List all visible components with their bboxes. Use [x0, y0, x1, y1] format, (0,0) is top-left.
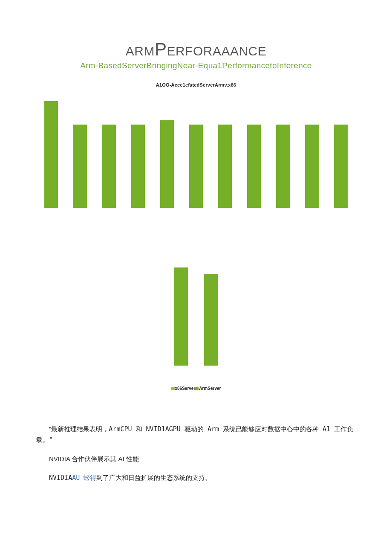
p3-part-a: NVIDIA	[49, 474, 72, 482]
chart-bar	[218, 125, 232, 208]
legend-label-x86: x86Server	[175, 386, 196, 391]
chart-legend: x86ServerArmServer	[0, 386, 392, 391]
paragraph-2: NVIDIA 合作伙伴展示其 AI 性能	[36, 454, 356, 465]
chart-label: A1OO-Acce1efatedServerArmv.x86	[0, 82, 392, 87]
chart-bar	[131, 125, 145, 208]
paragraph-3: NVIDIAAU 蚣得到了广大和日益扩展的生态系统的支持。	[36, 473, 356, 483]
chart-bar-x86	[174, 267, 188, 366]
legend-swatch-arm	[195, 387, 199, 390]
legend-swatch-x86	[171, 387, 175, 390]
p3-part-b: 到了广大和日益扩展的生态系统的支持。	[96, 474, 211, 481]
body-text: "最新推理结果表明，ArmCPU 和 NVID1AGPU 驱动的 Arm 系统已…	[36, 424, 356, 483]
p1-part-a: "最新推理结果表明，	[49, 425, 109, 433]
chart-bar	[247, 125, 261, 208]
p3-link[interactable]: AU 蚣得	[72, 474, 96, 482]
chart-bar	[73, 125, 87, 208]
chart-bar	[44, 101, 58, 208]
chart-bar	[102, 125, 116, 208]
chart-bar	[160, 120, 174, 208]
chart-bar	[189, 125, 203, 208]
title-pre: ARM	[126, 44, 155, 58]
title-rest: ERFORAAANCE	[167, 44, 266, 58]
bar-chart-1	[43, 101, 349, 208]
paragraph-1: "最新推理结果表明，ArmCPU 和 NVID1AGPU 驱动的 Arm 系统已…	[36, 424, 356, 445]
chart-bar	[276, 125, 290, 208]
bar-chart-2	[43, 267, 349, 366]
chart-bar	[305, 125, 319, 208]
chart-bar	[334, 125, 348, 208]
chart-bar-arm	[204, 274, 218, 366]
page-subtitle: Arm-BasedServerBringingNear-Equa1Perform…	[0, 61, 392, 70]
legend-label-arm: ArmServer	[199, 386, 221, 391]
page-title: ARMPERFORAAANCE	[0, 41, 392, 58]
title-big-p: P	[155, 39, 167, 59]
